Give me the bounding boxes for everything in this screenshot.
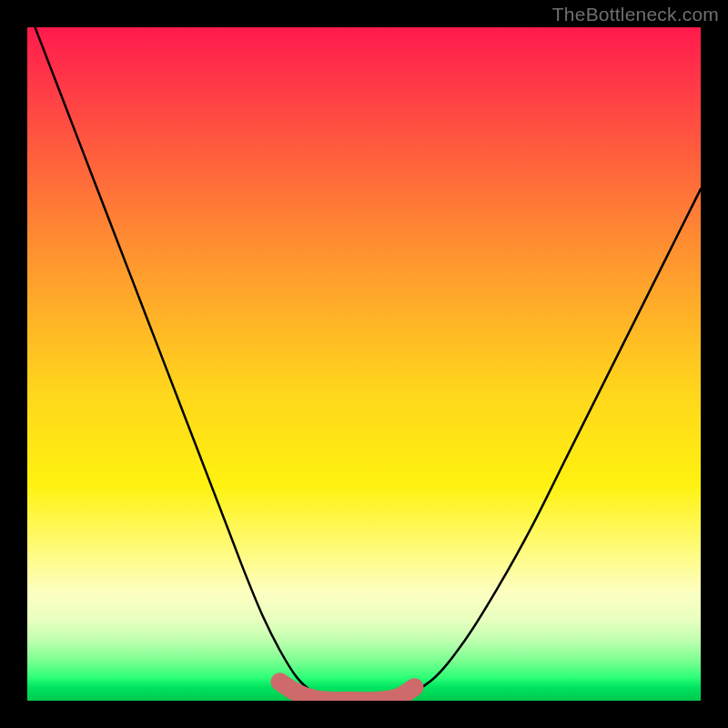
- curve-layer: [27, 27, 701, 701]
- bottom-marker-band: [280, 682, 415, 701]
- chart-frame: TheBottleneck.com: [0, 0, 728, 728]
- watermark-text: TheBottleneck.com: [552, 4, 719, 25]
- plot-area: [27, 27, 701, 701]
- bottleneck-curve: [27, 27, 701, 701]
